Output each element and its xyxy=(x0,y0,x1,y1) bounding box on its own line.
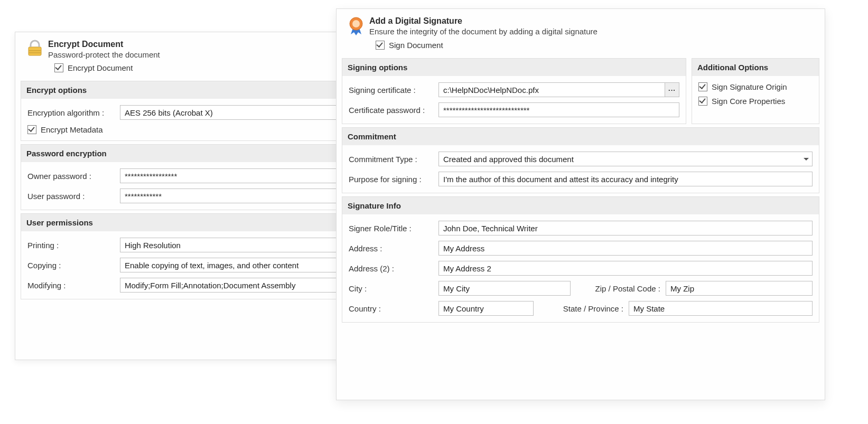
svg-point-4 xyxy=(352,20,360,27)
zip-label: Zip / Postal Code : xyxy=(581,284,666,293)
signature-info-group: Signature Info Signer Role/Title : John … xyxy=(342,196,819,323)
browse-certificate-button[interactable]: ··· xyxy=(665,82,679,97)
additional-options-group: Additional Options Sign Signature Origin… xyxy=(692,58,819,124)
country-label: Country : xyxy=(349,304,438,313)
signature-info-title: Signature Info xyxy=(342,197,819,214)
encryption-algorithm-label: Encryption algorithm : xyxy=(27,108,120,117)
certificate-password-label: Certificate password : xyxy=(349,106,438,115)
encrypt-metadata-checkbox[interactable] xyxy=(27,125,36,134)
modifying-label: Modifying : xyxy=(27,281,120,290)
address-field[interactable]: My Address xyxy=(438,241,813,256)
sign-document-checkbox[interactable] xyxy=(376,41,385,50)
chevron-down-icon xyxy=(804,158,809,161)
encrypt-document-checkbox[interactable] xyxy=(54,63,63,72)
encrypt-metadata-label: Encrypt Metadata xyxy=(41,125,103,134)
signing-options-group: Signing options Signing certificate : c:… xyxy=(342,58,686,124)
purpose-field[interactable]: I'm the author of this document and atte… xyxy=(438,172,813,186)
encrypt-subtitle: Password-protect the document xyxy=(48,50,160,59)
address-label: Address : xyxy=(349,244,438,253)
commitment-type-value: Created and approved this document xyxy=(443,155,574,164)
address2-field[interactable]: My Address 2 xyxy=(438,261,813,276)
zip-field[interactable]: My Zip xyxy=(666,281,813,296)
encrypt-title: Encrypt Document xyxy=(48,40,160,49)
sign-signature-origin-checkbox[interactable] xyxy=(698,82,707,91)
signing-certificate-field[interactable]: c:\HelpNDoc\HelpNDoc.pfx xyxy=(438,82,665,97)
signature-title: Add a Digital Signature xyxy=(369,16,598,26)
sign-core-properties-checkbox[interactable] xyxy=(698,97,707,106)
sign-document-checkbox-label: Sign Document xyxy=(389,41,443,50)
city-field[interactable]: My City xyxy=(438,281,571,296)
additional-options-title: Additional Options xyxy=(692,59,819,76)
svg-rect-1 xyxy=(29,50,41,51)
signature-panel: Add a Digital Signature Ensure the integ… xyxy=(336,8,825,400)
purpose-label: Purpose for signing : xyxy=(349,175,438,184)
signer-role-label: Signer Role/Title : xyxy=(349,224,438,233)
city-label: City : xyxy=(349,284,438,293)
commitment-type-label: Commitment Type : xyxy=(349,155,438,164)
svg-rect-2 xyxy=(29,52,41,53)
lock-icon xyxy=(24,39,46,58)
user-password-label: User password : xyxy=(27,192,120,201)
state-field[interactable]: My State xyxy=(629,301,813,316)
commitment-title: Commitment xyxy=(342,128,819,145)
signing-certificate-label: Signing certificate : xyxy=(349,86,438,95)
state-label: State / Province : xyxy=(544,304,629,313)
sign-signature-origin-label: Sign Signature Origin xyxy=(712,82,787,91)
address2-label: Address (2) : xyxy=(349,264,438,273)
ribbon-icon xyxy=(345,15,367,36)
sign-core-properties-label: Sign Core Properties xyxy=(712,97,785,106)
encrypt-document-checkbox-label: Encrypt Document xyxy=(68,63,133,72)
commitment-group: Commitment Commitment Type : Created and… xyxy=(342,127,819,193)
owner-password-label: Owner password : xyxy=(27,172,120,181)
printing-label: Printing : xyxy=(27,241,120,250)
certificate-password-field[interactable]: **************************** xyxy=(438,102,679,117)
signature-subtitle: Ensure the integrity of the document by … xyxy=(369,27,598,36)
signer-role-field[interactable]: John Doe, Technical Writer xyxy=(438,221,813,235)
signature-header: Add a Digital Signature Ensure the integ… xyxy=(337,9,825,40)
signing-options-title: Signing options xyxy=(342,59,686,76)
commitment-type-select[interactable]: Created and approved this document xyxy=(438,152,813,166)
country-field[interactable]: My Country xyxy=(438,301,534,316)
copying-label: Copying : xyxy=(27,261,120,270)
